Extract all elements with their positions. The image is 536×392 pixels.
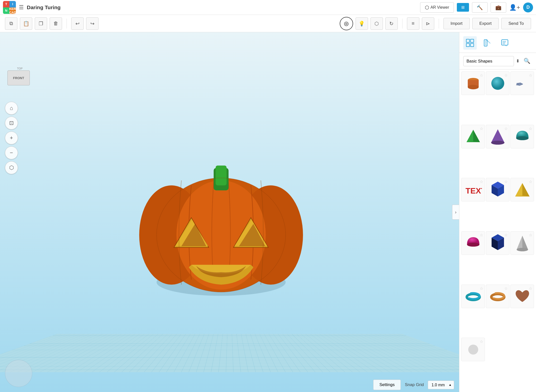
favorite-cone-purple-icon[interactable]: ☆ xyxy=(504,126,508,131)
svg-marker-36 xyxy=(473,130,480,142)
shape-box-dark[interactable]: ☆ xyxy=(486,231,509,255)
shape-cylinder[interactable]: ☆ xyxy=(461,71,485,95)
hammer-icon: 🔨 xyxy=(477,4,483,10)
camera-view-button[interactable]: ◎ xyxy=(340,17,353,30)
svg-point-39 xyxy=(491,141,504,145)
settings-button[interactable]: Settings xyxy=(373,380,401,390)
ar-cube-icon: ⬡ xyxy=(425,4,429,10)
projects-button[interactable]: 💼 xyxy=(491,2,506,13)
cone-purple-image xyxy=(489,128,507,145)
favorite-pyramid-green-icon[interactable]: ☆ xyxy=(480,126,483,131)
home-view-button[interactable]: ⌂ xyxy=(5,102,18,115)
menu-icon[interactable]: ☰ xyxy=(19,4,24,11)
copy-button[interactable]: ⧉ xyxy=(5,17,17,30)
paste-button[interactable]: 📋 xyxy=(20,17,32,30)
import-button[interactable]: Import xyxy=(443,18,470,29)
cone-grey-image xyxy=(513,234,531,252)
favorite-misc-1-icon[interactable]: ☆ xyxy=(480,339,483,344)
undo-button[interactable]: ↩ xyxy=(71,17,84,30)
avatar[interactable]: D xyxy=(523,2,533,12)
snap-grid-select[interactable]: 1.0 mm 0.5 mm 2.0 mm xyxy=(428,381,454,389)
favorite-heart-icon[interactable]: ☆ xyxy=(529,286,532,291)
fit-view-button[interactable]: ⊡ xyxy=(5,117,18,130)
tools-button[interactable]: 🔨 xyxy=(472,2,488,13)
collapse-arrow-icon: › xyxy=(455,210,457,215)
shape-category-select[interactable]: Basic Shapes Letters Numbers Connectors xyxy=(463,56,514,66)
favorite-half-sphere-pink-icon[interactable]: ☆ xyxy=(480,233,483,237)
align-button[interactable]: ≡ xyxy=(407,17,419,30)
favorite-box-blue-icon[interactable]: ☆ xyxy=(504,179,508,184)
briefcase-icon: 💼 xyxy=(495,4,502,10)
shape-torus-orange[interactable]: ☆ xyxy=(486,285,509,308)
duplicate-button[interactable]: ❐ xyxy=(35,17,47,30)
favorite-sphere-icon[interactable]: ☆ xyxy=(504,73,508,78)
svg-point-40 xyxy=(516,136,529,140)
sphere-image xyxy=(489,74,507,92)
grid-view-button[interactable]: ⊞ xyxy=(457,3,469,12)
favorite-torus-teal-icon[interactable]: ☆ xyxy=(480,286,483,291)
separator-1 xyxy=(67,19,67,29)
minimap[interactable] xyxy=(5,360,32,387)
shape-cone-purple[interactable]: ☆ xyxy=(486,125,509,148)
favorite-box-dark-icon[interactable]: ☆ xyxy=(504,233,508,237)
separator-2 xyxy=(402,19,402,29)
3d-viewport[interactable]: TOP FRONT ⌂ ⊡ + − ⬡ xyxy=(0,32,459,392)
shape-pyramid-yellow[interactable]: ☆ xyxy=(510,178,534,201)
mirror-button[interactable]: ⊳ xyxy=(422,17,434,30)
ar-viewer-button[interactable]: ⬡ AR Viewer xyxy=(420,2,454,13)
svg-point-33 xyxy=(491,77,504,90)
favorite-half-sphere-teal-icon[interactable]: ☆ xyxy=(529,126,532,131)
bottom-bar: Settings Snap Grid 1.0 mm 0.5 mm 2.0 mm … xyxy=(0,378,459,392)
shape-half-sphere-teal[interactable]: ☆ xyxy=(510,125,534,148)
pumpkin-model[interactable] xyxy=(137,136,305,305)
favorite-cylinder-icon[interactable]: ☆ xyxy=(480,73,483,78)
favorite-torus-orange-icon[interactable]: ☆ xyxy=(504,286,508,291)
shape-sphere[interactable]: ☆ xyxy=(486,71,509,95)
app-title: Daring Turing xyxy=(27,4,61,10)
torus-teal-image xyxy=(464,287,482,305)
svg-point-59 xyxy=(468,345,478,355)
perspective-button[interactable]: ⬡ xyxy=(5,161,18,174)
shape-button[interactable]: ⬡ xyxy=(370,17,383,30)
light-button[interactable]: 💡 xyxy=(356,17,368,30)
svg-point-48 xyxy=(467,243,479,247)
tab-ruler[interactable] xyxy=(481,36,494,50)
shape-torus-teal[interactable]: ☆ xyxy=(461,285,485,308)
tab-grid[interactable] xyxy=(463,36,477,50)
tab-notes[interactable] xyxy=(498,36,511,50)
shape-box-blue[interactable]: ☆ xyxy=(486,178,509,201)
navigation-controls: ⌂ ⊡ + − ⬡ xyxy=(5,102,18,174)
top-bar: T I N KERCAD ☰ Daring Turing ⬡ AR Viewer… xyxy=(0,0,536,15)
shape-pyramid-green[interactable]: ☆ xyxy=(461,125,485,148)
logo[interactable]: T I N KERCAD xyxy=(3,1,16,14)
search-button[interactable]: 🔍 xyxy=(522,56,532,66)
shape-heart[interactable]: ☆ xyxy=(510,285,534,308)
shape-misc-1[interactable]: ☆ xyxy=(461,338,485,361)
favorite-pyramid-yellow-icon[interactable]: ☆ xyxy=(529,179,532,184)
shape-scribble[interactable]: ☆ ✒ xyxy=(510,71,534,95)
rotate-button[interactable]: ↻ xyxy=(385,17,398,30)
zoom-out-button[interactable]: − xyxy=(5,146,18,159)
heart-image xyxy=(513,287,531,305)
svg-point-54 xyxy=(517,248,528,251)
delete-button[interactable]: 🗑 xyxy=(50,17,62,30)
redo-button[interactable]: ↪ xyxy=(86,17,99,30)
panel-tabs xyxy=(459,32,536,53)
panel-collapse-button[interactable]: › xyxy=(452,205,459,220)
send-to-button[interactable]: Send To xyxy=(501,18,531,29)
add-person-button[interactable]: 👤+ xyxy=(509,4,520,11)
favorite-cone-grey-icon[interactable]: ☆ xyxy=(529,233,532,237)
logo-i: I xyxy=(9,1,16,7)
cylinder-image xyxy=(464,74,482,92)
zoom-in-button[interactable]: + xyxy=(5,131,18,144)
snap-grid-wrapper: 1.0 mm 0.5 mm 2.0 mm ▲ xyxy=(428,381,454,389)
shape-cone-grey[interactable]: ☆ xyxy=(510,231,534,255)
export-button[interactable]: Export xyxy=(472,18,499,29)
shape-text-3d[interactable]: ☆ TEXT xyxy=(461,178,485,201)
favorite-text-3d-icon[interactable]: ☆ xyxy=(480,179,483,184)
axis-cube[interactable]: TOP FRONT xyxy=(7,67,32,94)
half-sphere-pink-image xyxy=(464,234,482,252)
svg-rect-15 xyxy=(470,39,474,42)
favorite-scribble-icon[interactable]: ☆ xyxy=(529,73,532,78)
shape-half-sphere-pink[interactable]: ☆ xyxy=(461,231,485,255)
